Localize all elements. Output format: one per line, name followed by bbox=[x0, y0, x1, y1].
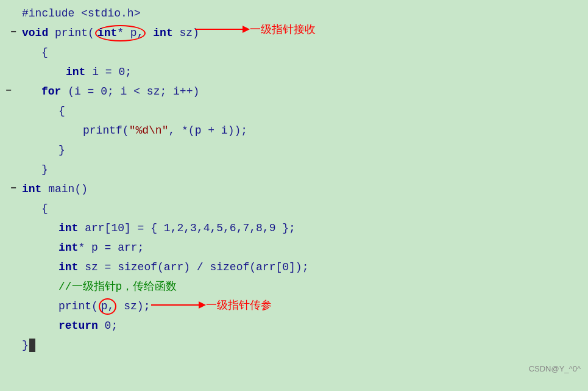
code-line-16: print(p, sz); bbox=[0, 296, 588, 316]
code-line-6: { bbox=[0, 101, 588, 121]
code-line-5: − for (i = 0; i < sz; i++) bbox=[0, 82, 588, 101]
arrow-svg-2 bbox=[151, 298, 206, 312]
code-text: { bbox=[58, 102, 65, 121]
code-text: return 0; bbox=[58, 317, 118, 335]
code-line-7: printf("%d\n", *(p + i)); bbox=[0, 121, 588, 140]
code-line-4: int i = 0; bbox=[0, 62, 588, 82]
code-text: for (i = 0; i < sz; i++) bbox=[41, 82, 199, 101]
code-text: } bbox=[22, 336, 35, 355]
code-line-12: int arr[10] = { 1,2,3,4,5,6,7,8,9 }; bbox=[0, 218, 588, 238]
code-text: int arr[10] = { 1,2,3,4,5,6,7,8,9 }; bbox=[58, 219, 296, 238]
watermark: CSDN@Y_^0^ bbox=[529, 364, 581, 373]
code-line-10: − int main() bbox=[0, 179, 588, 199]
annotation-label-1: 一级指针接收 bbox=[250, 22, 316, 37]
code-comment: //一级指针p，传给函数 bbox=[58, 278, 177, 296]
code-line-11: { bbox=[0, 199, 588, 218]
gutter-2[interactable]: − bbox=[5, 24, 22, 41]
code-text: print(p, sz); bbox=[58, 297, 150, 316]
annotation-pointer-receive: 一级指针接收 bbox=[195, 22, 316, 37]
code-text: } bbox=[58, 141, 65, 160]
arrow-svg-1 bbox=[195, 22, 250, 37]
code-line-9: } bbox=[0, 160, 588, 179]
gutter-5[interactable]: − bbox=[0, 83, 17, 99]
code-line-15: //一级指针p，传给函数 bbox=[0, 277, 588, 296]
code-text: printf("%d\n", *(p + i)); bbox=[83, 121, 247, 140]
code-line-8: } bbox=[0, 140, 588, 160]
code-text: int i = 0; bbox=[66, 63, 132, 82]
code-line-14: int sz = sizeof(arr) / sizeof(arr[0]); bbox=[0, 257, 588, 277]
code-text: int sz = sizeof(arr) / sizeof(arr[0]); bbox=[58, 258, 308, 277]
code-text: } bbox=[41, 160, 48, 179]
annotation-pointer-pass: 一级指针传参 bbox=[151, 298, 272, 312]
gutter-10[interactable]: − bbox=[5, 181, 22, 197]
code-line-3: { bbox=[0, 43, 588, 62]
code-text: int* p = arr; bbox=[58, 239, 144, 257]
code-text: int main() bbox=[22, 180, 88, 199]
annotation-label-2: 一级指针传参 bbox=[206, 298, 272, 312]
svg-marker-3 bbox=[199, 301, 206, 309]
code-text: void print(int* p, int sz) bbox=[22, 24, 199, 43]
code-editor: #include <stdio.h> − void print(int* p, … bbox=[0, 0, 588, 378]
code-line-18: } bbox=[0, 335, 588, 355]
code-text: { bbox=[41, 43, 48, 62]
code-line-13: int* p = arr; bbox=[0, 238, 588, 257]
code-text: #include <stdio.h> bbox=[22, 4, 140, 23]
code-line-1: #include <stdio.h> bbox=[0, 4, 588, 23]
code-line-17: return 0; bbox=[0, 316, 588, 335]
code-text: { bbox=[41, 199, 48, 218]
svg-marker-1 bbox=[243, 26, 250, 33]
